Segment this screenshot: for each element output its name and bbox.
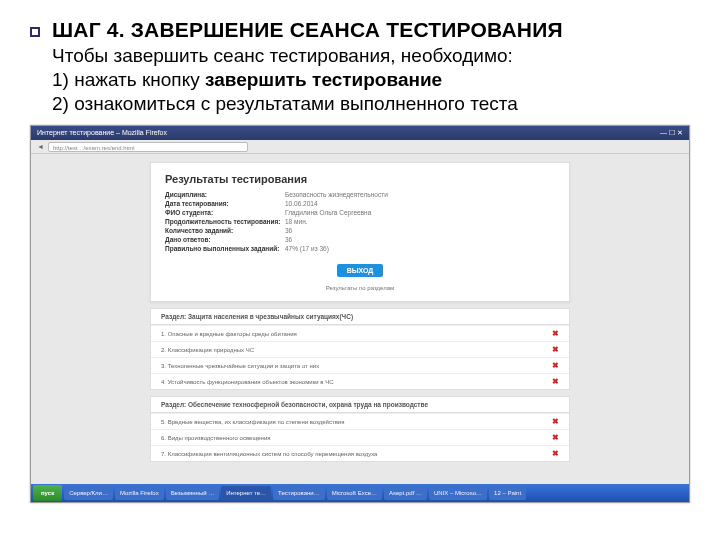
url-field[interactable]: http://test…/exam.res/end.html: [48, 142, 248, 152]
taskbar-item[interactable]: Mozilla Firefox: [115, 486, 164, 500]
question-row: 1. Опасные и вредные факторы среды обита…: [151, 325, 569, 341]
question-row: 3. Техногенные чрезвычайные ситуации и з…: [151, 357, 569, 373]
taskbar-item[interactable]: Интернет те…: [221, 486, 271, 500]
step-1-prefix: 1) нажать кнопку: [52, 69, 205, 90]
nav-back-icon[interactable]: ◄: [37, 143, 44, 150]
taskbar-item[interactable]: Безымянный …: [166, 486, 220, 500]
embedded-screenshot: Интернет тестирование – Mozilla Firefox …: [30, 125, 690, 503]
results-caption: Результаты по разделам: [165, 285, 555, 291]
kv-row: Продолжительность тестирования:18 мин.: [165, 218, 555, 225]
question-row: 5. Вредные вещества, их классификация по…: [151, 413, 569, 429]
browser-titlebar: Интернет тестирование – Mozilla Firefox …: [31, 126, 689, 140]
wrong-icon: ✖: [552, 433, 559, 442]
kv-row: Дано ответов:36: [165, 236, 555, 243]
page-area: Результаты тестирования Дисциплина:Безоп…: [31, 154, 689, 502]
question-list: 5. Вредные вещества, их классификация по…: [150, 413, 570, 462]
kv-row: Дисциплина:Безопасность жизнедеятельност…: [165, 191, 555, 198]
taskbar-item[interactable]: UNIX – Microso…: [429, 486, 487, 500]
bullet-icon: [30, 27, 40, 37]
taskbar-item[interactable]: Asept.pdf …: [384, 486, 427, 500]
intro-line: Чтобы завершить сеанс тестирования, необ…: [52, 44, 690, 68]
wrong-icon: ✖: [552, 417, 559, 426]
exit-button[interactable]: ВЫХОД: [337, 264, 384, 277]
kv-row: Правильно выполненных заданий:47% (17 из…: [165, 245, 555, 252]
slide-title: ШАГ 4. ЗАВЕРШЕНИЕ СЕАНСА ТЕСТИРОВАНИЯ: [52, 18, 563, 42]
slide-content: ШАГ 4. ЗАВЕРШЕНИЕ СЕАНСА ТЕСТИРОВАНИЯ Чт…: [0, 0, 720, 115]
kv-row: Дата тестирования:10.06.2014: [165, 200, 555, 207]
kv-row: Количество заданий:36: [165, 227, 555, 234]
step-2: 2) ознакомиться с результатами выполненн…: [52, 92, 690, 116]
start-button[interactable]: пуск: [33, 485, 62, 501]
window-controls[interactable]: — ☐ ✕: [660, 126, 683, 140]
step-1: 1) нажать кнопку завершить тестирование: [52, 68, 690, 92]
wrong-icon: ✖: [552, 361, 559, 370]
section-header: Раздел: Защита населения в чрезвычайных …: [150, 308, 570, 325]
results-card: Результаты тестирования Дисциплина:Безоп…: [150, 162, 570, 302]
results-heading: Результаты тестирования: [165, 173, 555, 185]
taskbar: пуск Сервер/Кли… Mozilla Firefox Безымян…: [31, 484, 689, 502]
section-header: Раздел: Обеспечение техносферной безопас…: [150, 396, 570, 413]
question-row: 4. Устойчивость функционирования объекто…: [151, 373, 569, 389]
question-row: 2. Классификация природных ЧС✖: [151, 341, 569, 357]
taskbar-item[interactable]: Сервер/Кли…: [64, 486, 113, 500]
kv-row: ФИО студента:Гладилина Ольга Сергеевна: [165, 209, 555, 216]
taskbar-item[interactable]: Тестировани…: [273, 486, 325, 500]
taskbar-item[interactable]: 12 – Paint: [489, 486, 526, 500]
taskbar-item[interactable]: Microsoft Exce…: [327, 486, 382, 500]
step-1-button-name: завершить тестирование: [205, 69, 442, 90]
window-title: Интернет тестирование – Mozilla Firefox: [37, 126, 167, 140]
question-row: 7. Классификация вентиляционных систем п…: [151, 445, 569, 461]
question-row: 6. Виды производственного освещения✖: [151, 429, 569, 445]
wrong-icon: ✖: [552, 329, 559, 338]
wrong-icon: ✖: [552, 345, 559, 354]
question-list: 1. Опасные и вредные факторы среды обита…: [150, 325, 570, 390]
wrong-icon: ✖: [552, 449, 559, 458]
address-bar: ◄ http://test…/exam.res/end.html: [31, 140, 689, 154]
wrong-icon: ✖: [552, 377, 559, 386]
